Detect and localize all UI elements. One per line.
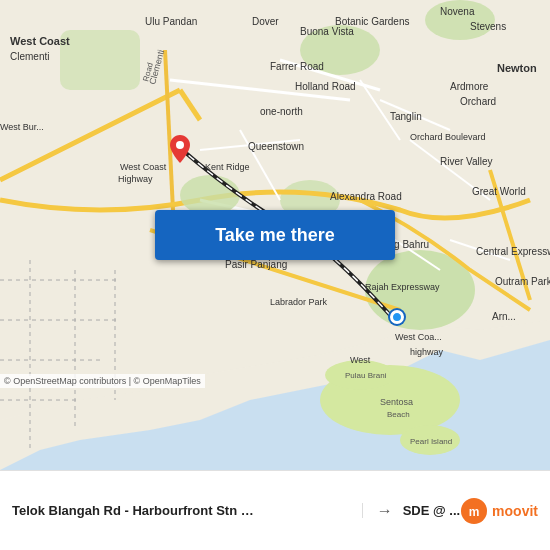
moovit-logo: m moovit xyxy=(460,497,538,525)
svg-text:Clementi: Clementi xyxy=(10,51,49,62)
svg-text:West Bur...: West Bur... xyxy=(0,122,44,132)
svg-text:Orchard: Orchard xyxy=(460,96,496,107)
svg-text:m: m xyxy=(469,505,480,519)
svg-text:West Coast: West Coast xyxy=(10,35,70,47)
svg-text:Arn...: Arn... xyxy=(492,311,516,322)
svg-point-76 xyxy=(176,141,184,149)
svg-text:Buona Vista: Buona Vista xyxy=(300,26,354,37)
take-me-there-button[interactable]: Take me there xyxy=(155,210,395,260)
svg-text:Holland Road: Holland Road xyxy=(295,81,356,92)
svg-text:Great World: Great World xyxy=(472,186,526,197)
svg-text:Central Expressway: Central Expressway xyxy=(476,246,550,257)
svg-text:Highway: Highway xyxy=(118,174,153,184)
svg-text:Rajah Expressway: Rajah Expressway xyxy=(365,282,440,292)
svg-point-30 xyxy=(180,175,240,215)
svg-text:Tanglin: Tanglin xyxy=(390,111,422,122)
svg-text:Stevens: Stevens xyxy=(470,21,506,32)
svg-text:West Coast: West Coast xyxy=(120,162,167,172)
svg-text:Orchard Boulevard: Orchard Boulevard xyxy=(410,132,486,142)
route-to-label: SDE @ ... xyxy=(403,503,460,518)
svg-text:Outram Park: Outram Park xyxy=(495,276,550,287)
svg-text:Pulau Brani: Pulau Brani xyxy=(345,371,387,380)
current-location-marker xyxy=(390,310,404,324)
svg-text:Ulu Pandan: Ulu Pandan xyxy=(145,16,197,27)
svg-text:Labrador Park: Labrador Park xyxy=(270,297,328,307)
route-to-section: → SDE @ ... xyxy=(373,502,460,520)
svg-text:Dover: Dover xyxy=(252,16,279,27)
svg-text:Pearl Island: Pearl Island xyxy=(410,437,452,446)
destination-marker xyxy=(170,135,190,163)
svg-text:Kent Ridge: Kent Ridge xyxy=(205,162,250,172)
svg-text:Sentosa: Sentosa xyxy=(380,397,413,407)
svg-text:West: West xyxy=(350,355,371,365)
map-attribution: © OpenStreetMap contributors | © OpenMap… xyxy=(0,374,205,388)
svg-text:Alexandra Road: Alexandra Road xyxy=(330,191,402,202)
svg-text:Newton: Newton xyxy=(497,62,537,74)
svg-text:Botanic Gardens: Botanic Gardens xyxy=(335,16,410,27)
moovit-brand-label: moovit xyxy=(492,503,538,519)
svg-text:Farrer Road: Farrer Road xyxy=(270,61,324,72)
svg-text:West Coa...: West Coa... xyxy=(395,332,442,342)
svg-rect-7 xyxy=(60,30,140,90)
route-from-label: Telok Blangah Rd - Harbourfront Stn Exit… xyxy=(12,503,262,518)
bottom-bar: Telok Blangah Rd - Harbourfront Stn Exit… xyxy=(0,470,550,550)
svg-text:Ardmore: Ardmore xyxy=(450,81,489,92)
route-info: Telok Blangah Rd - Harbourfront Stn Exit… xyxy=(12,503,363,518)
map-container: Sentosa Beach Pearl Island Pulau Brani xyxy=(0,0,550,470)
svg-text:Pasir Panjang: Pasir Panjang xyxy=(225,259,287,270)
svg-text:Queenstown: Queenstown xyxy=(248,141,304,152)
moovit-icon: m xyxy=(460,497,488,525)
svg-text:one-north: one-north xyxy=(260,106,303,117)
svg-text:Beach: Beach xyxy=(387,410,410,419)
svg-text:River Valley: River Valley xyxy=(440,156,493,167)
svg-text:Novena: Novena xyxy=(440,6,475,17)
route-arrow: → xyxy=(377,502,393,520)
svg-text:highway: highway xyxy=(410,347,444,357)
